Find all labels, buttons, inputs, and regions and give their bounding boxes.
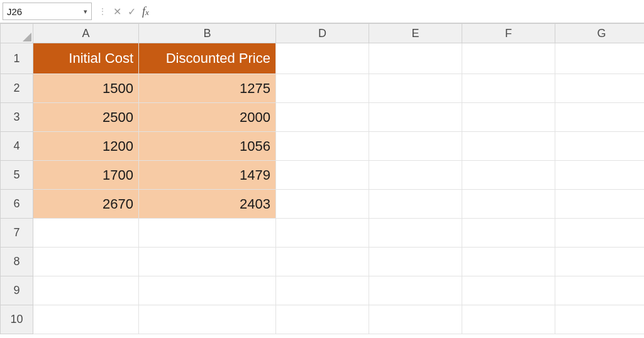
cell-D8[interactable] <box>276 248 369 276</box>
cell-E1[interactable] <box>369 43 462 74</box>
cell-B2[interactable]: 1275 <box>139 74 276 103</box>
cell-B7[interactable] <box>139 219 276 248</box>
cell-F9[interactable] <box>462 276 555 305</box>
cell-E2[interactable] <box>369 74 462 103</box>
cell-A10[interactable] <box>33 305 139 334</box>
cell-A2[interactable]: 1500 <box>33 74 139 103</box>
row-6: 6 2670 2403 <box>1 190 645 219</box>
accept-icon[interactable]: ✓ <box>128 6 136 18</box>
cell-G10[interactable] <box>555 305 645 334</box>
cancel-icon[interactable]: ✕ <box>113 6 121 18</box>
cell-G3[interactable] <box>555 103 645 132</box>
cell-B8[interactable] <box>139 248 276 276</box>
row-9: 9 <box>1 276 645 305</box>
cell-D7[interactable] <box>276 219 369 248</box>
cell-E8[interactable] <box>369 248 462 276</box>
cell-F7[interactable] <box>462 219 555 248</box>
cell-G1[interactable] <box>555 43 645 74</box>
row-header-7[interactable]: 7 <box>1 219 33 248</box>
separator: ⋮ <box>98 6 107 16</box>
row-4: 4 1200 1056 <box>1 132 645 161</box>
row-header-5[interactable]: 5 <box>1 161 33 190</box>
cell-D3[interactable] <box>276 103 369 132</box>
col-header-A[interactable]: A <box>33 24 139 43</box>
cell-A8[interactable] <box>33 248 139 276</box>
row-header-9[interactable]: 9 <box>1 276 33 305</box>
row-2: 2 1500 1275 <box>1 74 645 103</box>
row-header-2[interactable]: 2 <box>1 74 33 103</box>
cell-A6[interactable]: 2670 <box>33 190 139 219</box>
row-header-6[interactable]: 6 <box>1 190 33 219</box>
row-1: 1 Initial Cost Discounted Price <box>1 43 645 74</box>
cell-F8[interactable] <box>462 248 555 276</box>
row-7: 7 <box>1 219 645 248</box>
column-header-row: A B D E F G <box>1 24 645 43</box>
cell-A3[interactable]: 2500 <box>33 103 139 132</box>
cell-F10[interactable] <box>462 305 555 334</box>
col-header-E[interactable]: E <box>369 24 462 43</box>
cell-F6[interactable] <box>462 190 555 219</box>
cell-F3[interactable] <box>462 103 555 132</box>
cell-G2[interactable] <box>555 74 645 103</box>
cell-G4[interactable] <box>555 132 645 161</box>
cell-D1[interactable] <box>276 43 369 74</box>
col-header-D[interactable]: D <box>276 24 369 43</box>
cell-A9[interactable] <box>33 276 139 305</box>
row-8: 8 <box>1 248 645 276</box>
cell-B5[interactable]: 1479 <box>139 161 276 190</box>
select-all-corner[interactable] <box>1 24 33 43</box>
cell-E7[interactable] <box>369 219 462 248</box>
row-10: 10 <box>1 305 645 334</box>
cell-B6[interactable]: 2403 <box>139 190 276 219</box>
cell-E3[interactable] <box>369 103 462 132</box>
col-header-G[interactable]: G <box>555 24 645 43</box>
cell-G5[interactable] <box>555 161 645 190</box>
cell-F1[interactable] <box>462 43 555 74</box>
cell-D6[interactable] <box>276 190 369 219</box>
cell-B10[interactable] <box>139 305 276 334</box>
cell-G8[interactable] <box>555 248 645 276</box>
formula-bar-row: J26 ▾ ⋮ ✕ ✓ fx <box>0 0 644 23</box>
cell-E4[interactable] <box>369 132 462 161</box>
cell-A7[interactable] <box>33 219 139 248</box>
chevron-down-icon[interactable]: ▾ <box>84 8 87 16</box>
cell-D9[interactable] <box>276 276 369 305</box>
cell-B3[interactable]: 2000 <box>139 103 276 132</box>
row-5: 5 1700 1479 <box>1 161 645 190</box>
cell-G9[interactable] <box>555 276 645 305</box>
cell-G7[interactable] <box>555 219 645 248</box>
row-header-8[interactable]: 8 <box>1 248 33 276</box>
cell-F4[interactable] <box>462 132 555 161</box>
row-header-1[interactable]: 1 <box>1 43 33 74</box>
cell-E5[interactable] <box>369 161 462 190</box>
cell-B1[interactable]: Discounted Price <box>139 43 276 74</box>
formula-bar-icons: ✕ ✓ fx <box>113 5 149 18</box>
cell-A1[interactable]: Initial Cost <box>33 43 139 74</box>
cell-G6[interactable] <box>555 190 645 219</box>
fx-icon[interactable]: fx <box>142 5 149 18</box>
cell-E9[interactable] <box>369 276 462 305</box>
col-header-B[interactable]: B <box>139 24 276 43</box>
cell-D10[interactable] <box>276 305 369 334</box>
row-3: 3 2500 2000 <box>1 103 645 132</box>
spreadsheet-grid: A B D E F G 1 Initial Cost Discounted Pr… <box>0 23 644 334</box>
cell-A4[interactable]: 1200 <box>33 132 139 161</box>
name-box-value: J26 <box>7 6 22 17</box>
row-header-3[interactable]: 3 <box>1 103 33 132</box>
cell-D5[interactable] <box>276 161 369 190</box>
cell-E6[interactable] <box>369 190 462 219</box>
col-header-F[interactable]: F <box>462 24 555 43</box>
cell-F2[interactable] <box>462 74 555 103</box>
row-header-4[interactable]: 4 <box>1 132 33 161</box>
cell-D2[interactable] <box>276 74 369 103</box>
cell-E10[interactable] <box>369 305 462 334</box>
cell-B4[interactable]: 1056 <box>139 132 276 161</box>
name-box[interactable]: J26 ▾ <box>3 3 92 20</box>
formula-input[interactable] <box>155 3 641 19</box>
cell-B9[interactable] <box>139 276 276 305</box>
cell-F5[interactable] <box>462 161 555 190</box>
cell-A5[interactable]: 1700 <box>33 161 139 190</box>
row-header-10[interactable]: 10 <box>1 305 33 334</box>
cell-D4[interactable] <box>276 132 369 161</box>
